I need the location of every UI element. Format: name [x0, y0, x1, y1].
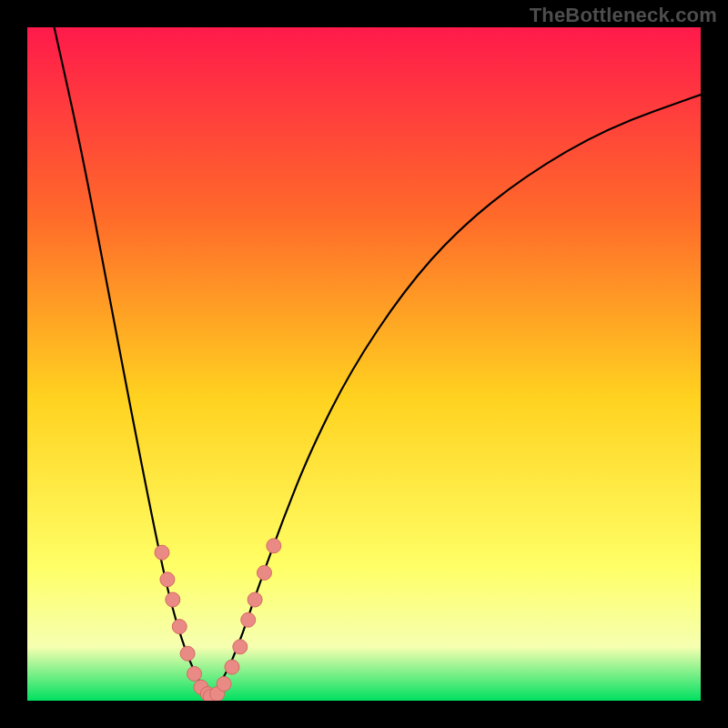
data-dot [172, 620, 187, 634]
chart-svg [27, 27, 701, 701]
data-dot [180, 646, 195, 661]
data-dot [155, 545, 169, 560]
watermark-text: TheBottleneck.com [530, 4, 717, 27]
data-dot [257, 565, 271, 580]
data-dot [233, 640, 248, 654]
background-gradient [27, 27, 701, 701]
data-dot [160, 572, 175, 587]
data-dot [187, 666, 202, 681]
data-dot [241, 612, 256, 627]
data-dot [267, 539, 281, 553]
data-dot [217, 677, 231, 692]
data-dot [166, 592, 180, 607]
data-dot [248, 592, 262, 607]
chart-plot-area [27, 27, 701, 701]
chart-stage: TheBottleneck.com [0, 0, 728, 728]
data-dot [225, 660, 239, 674]
